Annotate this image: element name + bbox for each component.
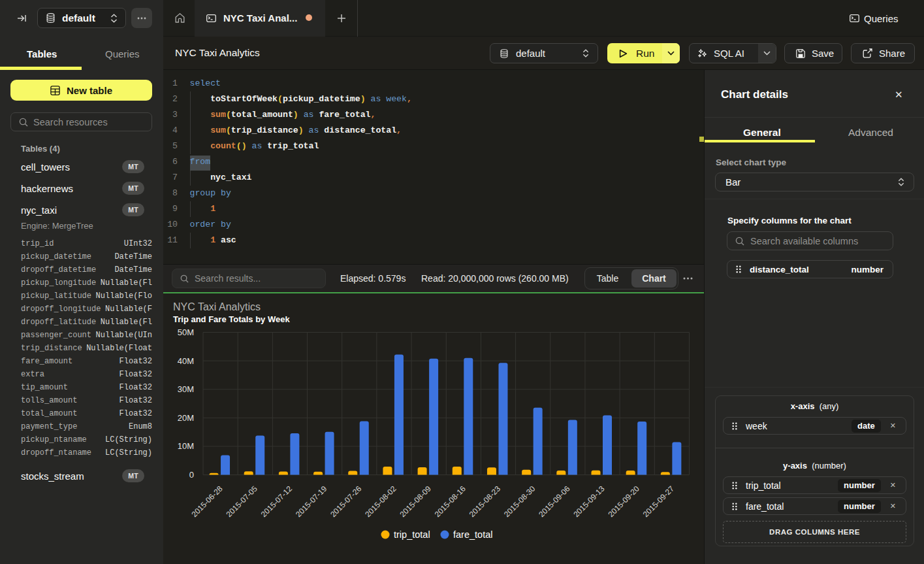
svg-text:50M: 50M (178, 327, 194, 337)
svg-text:trip_total: trip_total (394, 529, 430, 540)
svg-text:2015-08-02: 2015-08-02 (363, 484, 398, 520)
svg-text:10M: 10M (178, 441, 194, 451)
svg-text:2015-06-28: 2015-06-28 (189, 484, 225, 520)
svg-text:2015-08-09: 2015-08-09 (398, 484, 433, 520)
svg-text:fare_total: fare_total (453, 529, 492, 540)
svg-text:2015-08-16: 2015-08-16 (433, 484, 468, 520)
svg-text:2015-07-26: 2015-07-26 (328, 484, 364, 520)
svg-text:2015-09-13: 2015-09-13 (571, 484, 607, 520)
svg-text:2015-09-06: 2015-09-06 (537, 484, 572, 520)
svg-text:2015-09-20: 2015-09-20 (607, 484, 642, 520)
svg-text:40M: 40M (178, 356, 194, 366)
svg-text:2015-09-27: 2015-09-27 (641, 484, 677, 520)
svg-text:2015-07-12: 2015-07-12 (259, 484, 295, 520)
svg-text:0: 0 (189, 470, 194, 480)
svg-text:30M: 30M (178, 384, 194, 394)
svg-text:2015-07-19: 2015-07-19 (294, 484, 329, 520)
svg-text:2015-08-30: 2015-08-30 (502, 484, 537, 520)
svg-text:20M: 20M (178, 413, 194, 423)
svg-text:2015-08-23: 2015-08-23 (468, 484, 503, 520)
svg-text:2015-07-05: 2015-07-05 (225, 484, 260, 520)
